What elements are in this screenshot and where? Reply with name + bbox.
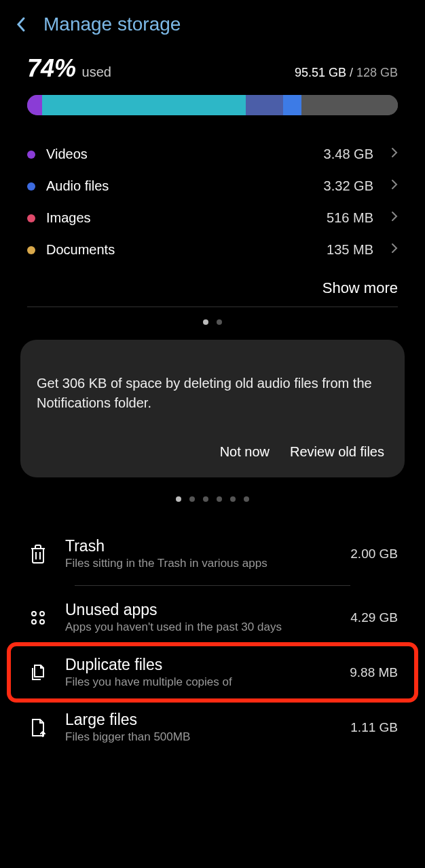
category-name: Videos bbox=[46, 146, 313, 162]
page-indicator-small bbox=[0, 307, 425, 337]
svg-point-1 bbox=[40, 612, 44, 616]
category-name: Documents bbox=[46, 242, 316, 258]
category-color-dot bbox=[27, 214, 35, 222]
duplicate-icon bbox=[27, 663, 49, 683]
cleanup-size: 1.11 GB bbox=[350, 720, 398, 735]
cleanup-title: Large files bbox=[65, 711, 334, 729]
chevron-right-icon bbox=[391, 147, 398, 161]
suggestion-text: Get 306 KB of space by deleting old audi… bbox=[37, 374, 388, 413]
storage-quota: 95.51 GB / 128 GB bbox=[295, 66, 398, 80]
category-color-dot bbox=[27, 151, 35, 159]
cleanup-title: Duplicate files bbox=[65, 656, 333, 674]
category-row[interactable]: Documents135 MB bbox=[27, 234, 398, 266]
page-title: Manage storage bbox=[43, 14, 181, 35]
category-size: 516 MB bbox=[327, 210, 373, 226]
not-now-button[interactable]: Not now bbox=[220, 444, 270, 460]
storage-usage-summary: 74% used 95.51 GB / 128 GB bbox=[0, 46, 425, 90]
back-icon[interactable] bbox=[16, 15, 30, 34]
cleanup-size: 2.00 GB bbox=[350, 547, 398, 561]
cleanup-desc: Files bigger than 500MB bbox=[65, 730, 334, 744]
category-row[interactable]: Audio files3.32 GB bbox=[27, 170, 398, 202]
show-more-button[interactable]: Show more bbox=[0, 266, 425, 307]
chevron-right-icon bbox=[391, 211, 398, 225]
category-row[interactable]: Images516 MB bbox=[27, 202, 398, 234]
used-word: used bbox=[82, 64, 111, 79]
trash-icon bbox=[27, 544, 49, 564]
cleanup-row-trash[interactable]: TrashFiles sitting in the Trash in vario… bbox=[0, 526, 425, 581]
svg-point-2 bbox=[32, 620, 36, 624]
cleanup-desc: Files sitting in the Trash in various ap… bbox=[65, 557, 334, 570]
category-size: 135 MB bbox=[327, 242, 373, 258]
category-size: 3.32 GB bbox=[324, 178, 373, 194]
largefile-icon bbox=[27, 717, 49, 738]
cleanup-desc: Files you have multiple copies of bbox=[65, 675, 333, 689]
category-size: 3.48 GB bbox=[324, 146, 373, 162]
category-name: Audio files bbox=[46, 178, 313, 194]
divider bbox=[75, 585, 350, 586]
cleanup-size: 9.88 MB bbox=[350, 665, 398, 680]
suggestion-card: Get 306 KB of space by deleting old audi… bbox=[20, 340, 405, 477]
usage-percent: 74% bbox=[27, 54, 76, 82]
cleanup-row-large-files[interactable]: Large filesFiles bigger than 500MB1.11 G… bbox=[0, 700, 425, 755]
category-name: Images bbox=[46, 210, 316, 226]
category-color-dot bbox=[27, 246, 35, 254]
cleanup-size: 4.29 GB bbox=[350, 610, 398, 625]
cleanup-row-unused-apps[interactable]: Unused appsApps you haven't used in the … bbox=[0, 590, 425, 645]
cleanup-desc: Apps you haven't used in the past 30 day… bbox=[65, 620, 334, 634]
review-old-files-button[interactable]: Review old files bbox=[290, 444, 384, 460]
svg-point-3 bbox=[40, 620, 44, 624]
category-color-dot bbox=[27, 182, 35, 191]
cleanup-row-duplicate-files[interactable]: Duplicate filesFiles you have multiple c… bbox=[0, 645, 425, 700]
page-indicator-large bbox=[0, 484, 425, 514]
total-size: 128 GB bbox=[356, 66, 398, 79]
storage-bar bbox=[27, 95, 398, 115]
apps-icon bbox=[27, 609, 49, 627]
chevron-right-icon bbox=[391, 179, 398, 193]
used-size: 95.51 GB bbox=[295, 66, 346, 79]
cleanup-title: Unused apps bbox=[65, 601, 334, 619]
svg-point-0 bbox=[32, 612, 36, 616]
cleanup-title: Trash bbox=[65, 537, 334, 555]
chevron-right-icon bbox=[391, 243, 398, 257]
category-row[interactable]: Videos3.48 GB bbox=[27, 138, 398, 170]
